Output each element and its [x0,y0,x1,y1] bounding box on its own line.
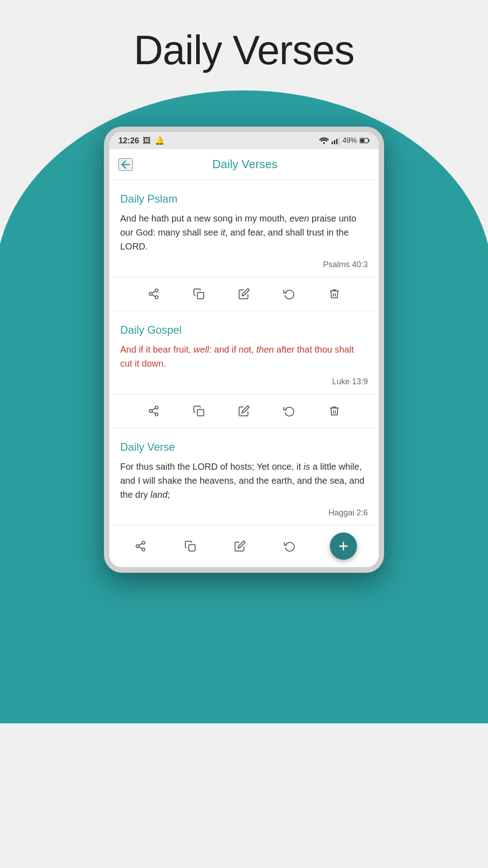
status-bar: 12:26 🖼 🔔 [109,132,379,149]
gospel-verse-text: And if it bear fruit, well: and if not, … [120,343,368,371]
verse-card-gospel: Daily Gospel And if it bear fruit, well:… [109,311,379,428]
svg-point-15 [155,413,158,416]
page-title: Daily Verses [0,27,488,74]
svg-line-22 [139,547,142,549]
psalm-card-title: Daily Pslam [120,193,368,205]
svg-rect-12 [197,292,204,299]
svg-line-17 [152,408,155,410]
phone-shell: 12:26 🖼 🔔 [104,127,384,573]
psalm-delete-button[interactable] [325,284,344,303]
svg-line-10 [152,295,155,297]
phone-mockup: 12:26 🖼 🔔 [104,127,384,573]
verse-edit-button[interactable] [230,537,249,556]
svg-rect-5 [369,140,370,142]
gospel-delete-button[interactable] [325,401,344,420]
psalm-copy-button[interactable] [189,284,208,303]
svg-point-20 [136,545,139,548]
verse-card-psalm: Daily Pslam And he hath put a new song i… [109,180,379,311]
psalm-share-button[interactable] [144,284,163,303]
verse-share-button[interactable] [131,537,150,556]
psalm-verse-text: And he hath put a new song in my mouth, … [120,212,368,254]
svg-rect-2 [336,139,338,144]
svg-line-11 [152,291,155,293]
verse-verse-text: For thus saith the LORD of hosts; Yet on… [120,460,368,502]
gospel-refresh-button[interactable] [280,401,299,420]
gospel-actions [120,394,368,428]
battery-icon [360,138,370,143]
page-title-container: Daily Verses [0,0,488,92]
verse-copy-button[interactable] [181,537,200,556]
svg-point-7 [155,289,158,292]
verse-card-verse: Daily Verse For thus saith the LORD of h… [109,428,379,567]
verse-refresh-button[interactable] [280,537,299,556]
svg-line-16 [152,412,155,414]
app-bar: Daily Verses [109,149,379,180]
gospel-share-button[interactable] [144,401,163,420]
battery-text: 49% [343,137,357,145]
svg-rect-18 [197,410,204,416]
svg-rect-24 [189,545,195,551]
svg-point-21 [142,548,145,551]
back-button[interactable] [118,158,133,171]
svg-point-13 [155,406,158,409]
status-left: 12:26 🖼 🔔 [118,136,164,146]
svg-point-19 [142,541,145,544]
app-bar-title: Daily Verses [142,157,348,171]
psalm-reference: Psalms 40:3 [120,260,368,269]
psalm-refresh-button[interactable] [280,284,299,303]
notification-icon: 🔔 [155,136,164,146]
gospel-card-title: Daily Gospel [120,324,368,336]
verse-actions-row [120,525,368,567]
wifi-icon [319,137,329,144]
signal-icon [332,137,340,144]
svg-rect-3 [338,137,340,144]
verse-reference: Haggai 2:6 [120,508,368,518]
svg-point-8 [149,292,152,296]
svg-point-9 [155,296,158,299]
psalm-edit-button[interactable] [235,284,253,303]
verse-card-title: Daily Verse [120,441,368,453]
status-time: 12:26 [118,136,139,146]
gospel-edit-button[interactable] [235,401,253,420]
scroll-area[interactable]: Daily Pslam And he hath put a new song i… [109,180,379,567]
psalm-actions [120,277,368,311]
svg-point-14 [149,410,152,413]
add-fab-button[interactable] [330,533,357,560]
svg-rect-0 [332,142,333,144]
gospel-reference: Luke 13:9 [120,377,368,387]
gallery-icon: 🖼 [143,136,151,146]
gospel-copy-button[interactable] [189,401,208,420]
svg-rect-6 [361,139,365,142]
phone-screen: 12:26 🖼 🔔 [109,132,379,567]
status-icons: 49% [319,137,370,145]
svg-line-23 [139,543,142,545]
svg-rect-1 [334,140,335,144]
